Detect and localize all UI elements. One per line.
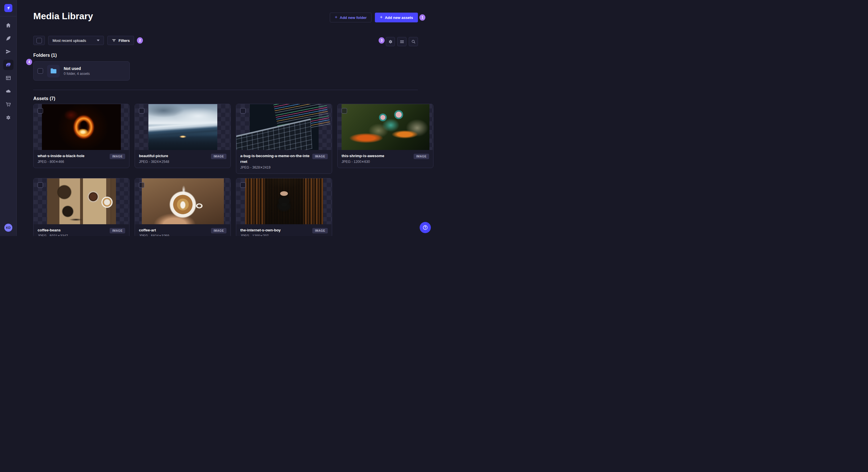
asset-card-bug-meme[interactable]: a-bug-is-becoming-a-meme-on-the-internet… xyxy=(236,104,332,174)
asset-name: the-internet-s-own-boy xyxy=(240,227,310,233)
shrimp-image xyxy=(342,104,429,150)
sort-dropdown[interactable]: Most recent uploads xyxy=(48,36,104,45)
asset-name: coffee-art xyxy=(139,227,209,233)
sidebar-item-settings[interactable] xyxy=(3,112,13,123)
list-icon xyxy=(400,39,404,44)
media-library-app: KD Media Library + Add new folder + Add … xyxy=(0,0,434,236)
folder-checkbox[interactable] xyxy=(38,68,43,74)
cloud-icon xyxy=(5,88,11,94)
toolbar: Most recent uploads Filters xyxy=(33,36,134,45)
assets-grid: what-s-inside-a-black-hole JPEG - 800✕46… xyxy=(33,104,433,236)
chevron-down-icon xyxy=(97,40,100,41)
folder-tile xyxy=(47,65,60,77)
folder-icon xyxy=(50,68,57,74)
asset-name: a-bug-is-becoming-a-meme-on-the-internet xyxy=(240,153,310,165)
sidebar-item-media-library[interactable] xyxy=(3,60,13,70)
asset-checkbox[interactable] xyxy=(139,182,144,188)
sidebar-item-deploy[interactable] xyxy=(3,86,13,96)
asset-meta: JPEG - 3628✕2419 xyxy=(240,165,310,169)
question-mark-icon xyxy=(423,225,428,230)
asset-name: beautiful-picture xyxy=(139,153,209,159)
select-all-checkbox[interactable] xyxy=(33,36,45,45)
asset-card-beautiful-picture[interactable]: beautiful-picture JPEG - 3824✕2548 IMAGE xyxy=(135,104,231,168)
asset-name: what-s-inside-a-black-hole xyxy=(38,153,107,159)
asset-meta: JPEG - 5824✕3259 xyxy=(139,234,209,236)
plus-icon: + xyxy=(380,15,382,20)
asset-card-black-hole[interactable]: what-s-inside-a-black-hole JPEG - 800✕46… xyxy=(33,104,129,168)
annotation-badge-3: 3 xyxy=(379,37,384,43)
folder-meta: 0 folder, 4 assets xyxy=(64,72,125,76)
filters-button[interactable]: Filters xyxy=(107,36,134,45)
asset-thumbnail xyxy=(34,104,129,150)
strapi-logo-icon xyxy=(6,5,11,11)
sidebar-item-home[interactable] xyxy=(3,20,13,30)
asset-thumbnail xyxy=(135,178,230,224)
library-portrait-image xyxy=(245,178,323,224)
strapi-logo[interactable] xyxy=(4,4,12,12)
asset-checkbox[interactable] xyxy=(139,108,144,113)
header-actions: + Add new folder + Add new assets xyxy=(330,12,418,22)
sidebar-item-content-manager[interactable] xyxy=(3,73,13,83)
help-button[interactable] xyxy=(420,222,431,233)
sidebar-item-release[interactable] xyxy=(3,46,13,57)
asset-type-badge: IMAGE xyxy=(312,154,328,159)
coffee-art-image xyxy=(142,178,224,224)
sidebar-item-content[interactable] xyxy=(3,33,13,43)
laptop-code-image xyxy=(250,104,319,150)
folders-section-title: Folders (1) xyxy=(33,53,57,58)
sidebar-item-marketplace[interactable] xyxy=(3,99,13,109)
annotation-badge-4: 4 xyxy=(26,59,32,65)
asset-meta: JPEG - 800✕466 xyxy=(38,160,107,164)
add-new-folder-button[interactable]: + Add new folder xyxy=(330,12,371,22)
asset-checkbox[interactable] xyxy=(38,108,43,113)
paper-plane-icon xyxy=(5,49,11,55)
add-new-folder-label: Add new folder xyxy=(340,15,367,20)
sidebar-nav xyxy=(0,20,17,123)
asset-checkbox[interactable] xyxy=(38,182,43,188)
panel-icon xyxy=(5,75,11,81)
cog-icon xyxy=(388,39,393,44)
asset-thumbnail xyxy=(338,104,433,150)
asset-name: this-shrimp-is-awesome xyxy=(342,153,411,159)
home-icon xyxy=(5,22,11,28)
asset-card-coffee-art[interactable]: coffee-art JPEG - 5824✕3259 IMAGE xyxy=(135,178,231,236)
asset-type-badge: IMAGE xyxy=(312,228,328,233)
media-library-icon xyxy=(5,62,11,68)
asset-meta: JPEG - 5021✕3347 xyxy=(38,234,107,236)
asset-type-badge: IMAGE xyxy=(211,228,226,233)
add-new-assets-label: Add new assets xyxy=(385,15,413,20)
filter-icon xyxy=(112,38,116,43)
checkbox-icon xyxy=(36,38,42,43)
asset-checkbox[interactable] xyxy=(240,108,246,113)
feather-icon xyxy=(5,36,11,41)
asset-type-badge: IMAGE xyxy=(110,228,125,233)
add-new-assets-button[interactable]: + Add new assets xyxy=(375,12,418,22)
list-view-button[interactable] xyxy=(397,37,406,46)
asset-checkbox[interactable] xyxy=(240,182,246,188)
black-hole-image xyxy=(42,104,121,150)
gear-icon xyxy=(5,115,11,121)
asset-type-badge: IMAGE xyxy=(110,154,125,159)
asset-card-internet-own-boy[interactable]: the-internet-s-own-boy JPEG - 1200✕707 I… xyxy=(236,178,332,236)
asset-meta: JPEG - 3824✕2548 xyxy=(139,160,209,164)
user-avatar[interactable]: KD xyxy=(4,224,12,232)
field-settings-button[interactable] xyxy=(386,37,395,46)
asset-thumbnail xyxy=(236,104,332,150)
search-button[interactable] xyxy=(409,37,418,46)
sidebar: KD xyxy=(0,0,17,236)
folder-card[interactable]: Not used 0 folder, 4 assets xyxy=(33,61,130,80)
asset-checkbox[interactable] xyxy=(342,108,347,113)
folder-name: Not used xyxy=(64,66,125,71)
asset-card-shrimp[interactable]: this-shrimp-is-awesome JPEG - 1200✕630 I… xyxy=(337,104,433,168)
asset-card-coffee-beans[interactable]: coffee-beans JPEG - 5021✕3347 IMAGE xyxy=(33,178,129,236)
cart-icon xyxy=(5,102,11,107)
asset-meta: JPEG - 1200✕630 xyxy=(342,160,411,164)
asset-name: coffee-beans xyxy=(38,227,107,233)
mountains-image xyxy=(148,104,217,150)
assets-section-title: Assets (7) xyxy=(33,96,55,101)
search-icon xyxy=(411,39,416,44)
coffee-beans-image xyxy=(47,178,116,224)
filters-label: Filters xyxy=(119,38,130,43)
asset-type-badge: IMAGE xyxy=(211,154,226,159)
asset-type-badge: IMAGE xyxy=(414,154,429,159)
